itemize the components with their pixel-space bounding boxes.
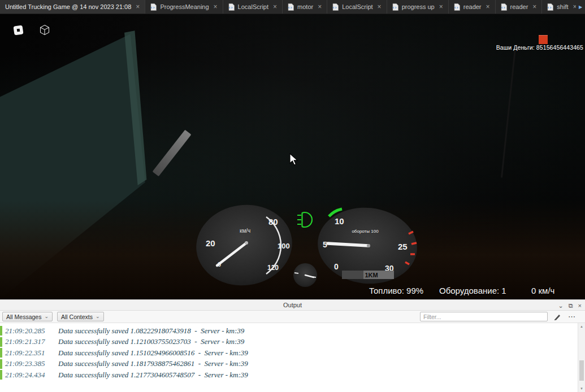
money-label: Ваши Деньги: 85156456443465 (496, 44, 583, 51)
log-success-marker (0, 370, 2, 380)
log-message: Data successfully saved 1.21773046057485… (58, 371, 248, 380)
scrollbar-track[interactable] (579, 330, 584, 385)
speed-unit-label: км/ч (240, 228, 250, 234)
log-message: Data successfully saved 1.08222918074391… (58, 326, 244, 336)
log-message: Data successfully saved 1.12100375502370… (58, 337, 244, 346)
tab-script-progress-up[interactable]: progress up × (387, 0, 449, 14)
speed-tick-100: 100 (278, 242, 290, 250)
output-panel-header[interactable]: Output ⌄ ⧉ × (0, 299, 585, 311)
close-icon[interactable]: × (318, 3, 322, 10)
log-timestamp: 21:09:23.385 (5, 359, 58, 368)
log-success-marker (0, 348, 2, 358)
tab-label: reader (463, 3, 482, 10)
tab-label: Untitled Trucking Game @ 14 nov 2023 21:… (5, 3, 131, 10)
tab-script-reader-1[interactable]: reader × (449, 0, 496, 14)
money-icon (539, 35, 548, 44)
headlight-indicator-icon (297, 212, 312, 227)
contexts-filter-dropdown[interactable]: All Contexts ⌄ (57, 312, 104, 321)
script-icon (288, 3, 294, 11)
close-icon[interactable]: × (273, 3, 277, 10)
tachometer-gauge: 10 5 25 0 30 обороты 100 1KM (314, 203, 418, 289)
messages-filter-dropdown[interactable]: All Messages ⌄ (2, 312, 53, 321)
log-message: Data successfully saved 1.18179388754628… (58, 359, 248, 368)
clear-output-icon[interactable] (552, 312, 562, 322)
close-icon[interactable]: × (486, 3, 490, 10)
log-row[interactable]: 21:09:24.434 Data successfully saved 1.2… (0, 369, 585, 381)
tab-label: progress up (402, 3, 435, 10)
tab-label: motor (297, 3, 313, 10)
tach-tick-25: 25 (398, 242, 408, 251)
roblox-studio-window: Untitled Trucking Game @ 14 nov 2023 21:… (0, 0, 585, 392)
scroll-down-icon[interactable]: ▼ (578, 385, 585, 392)
script-icon (392, 3, 398, 11)
insert-part-cube-icon[interactable] (39, 24, 50, 38)
more-options-icon[interactable]: ⋯ (567, 312, 577, 322)
log-timestamp: 21:09:21.317 (5, 337, 58, 346)
dashboard-gauges: 20 80 100 120 0 км/ч (192, 203, 418, 289)
overflow-arrow-icon: ▶ (579, 5, 582, 10)
close-icon[interactable]: × (378, 3, 382, 10)
tab-label: reader (510, 3, 528, 10)
scrollbar-thumb[interactable] (579, 360, 584, 381)
odometer: 1KM (342, 271, 394, 279)
log-row[interactable]: 21:09:22.351 Data successfully saved 1.1… (0, 347, 585, 359)
speed-tick-20: 20 (206, 238, 215, 248)
script-icon (454, 3, 460, 11)
tab-overflow-arrow[interactable]: ▶ (576, 0, 585, 14)
tach-tick-10: 10 (335, 216, 344, 226)
document-tab-bar: Untitled Trucking Game @ 14 nov 2023 21:… (0, 0, 585, 14)
log-success-marker (0, 326, 2, 336)
close-icon[interactable]: × (136, 3, 140, 10)
roblox-logo-icon[interactable] (13, 25, 24, 38)
tach-label: обороты 100 (352, 229, 379, 234)
log-success-marker (0, 337, 2, 347)
tab-label: LocalScript (238, 3, 268, 10)
log-success-marker (0, 359, 2, 369)
output-toolbar: All Messages ⌄ All Contexts ⌄ ⋯ (0, 311, 585, 323)
fuel-hud-label: Топливо: 99% (369, 286, 423, 295)
odometer-value: 1KM (365, 272, 378, 278)
tab-game-view[interactable]: Untitled Trucking Game @ 14 nov 2023 21:… (0, 0, 145, 14)
log-timestamp: 21:09:22.351 (5, 349, 58, 358)
tach-tick-5: 5 (323, 240, 327, 249)
log-row[interactable]: 21:09:23.385 Data successfully saved 1.1… (0, 359, 585, 370)
tach-tick-0: 0 (334, 262, 339, 271)
output-panel: Output ⌄ ⧉ × All Messages ⌄ All Contexts… (0, 299, 585, 392)
filter-input[interactable] (420, 312, 548, 321)
close-icon[interactable]: × (532, 3, 536, 10)
output-scrollbar[interactable]: ▲ ▼ (578, 323, 585, 392)
script-icon (547, 3, 553, 11)
log-message: Data successfully saved 1.15102949660085… (58, 349, 248, 358)
tab-label: ProgressMeaning (160, 3, 209, 10)
mouse-cursor (289, 153, 298, 165)
log-timestamp: 21:09:20.285 (5, 326, 58, 336)
speed-hud-label: 0 км/ч (531, 286, 554, 295)
log-row[interactable]: 21:09:20.285 Data successfully saved 1.0… (0, 325, 585, 337)
tab-script-progressmeaning[interactable]: ProgressMeaning × (145, 0, 223, 14)
tab-script-reader-2[interactable]: reader × (496, 0, 543, 14)
dropdown-label: All Messages (6, 313, 41, 320)
panel-menu-chevron-icon[interactable]: ⌄ (558, 303, 563, 309)
chevron-down-icon: ⌄ (96, 313, 100, 319)
output-panel-title: Output (283, 302, 302, 308)
tab-script-localscript-1[interactable]: LocalScript × (223, 0, 283, 14)
scroll-up-icon[interactable]: ▲ (578, 323, 585, 330)
dropdown-label: All Contexts (61, 313, 93, 320)
script-icon (332, 3, 339, 11)
tab-script-motor[interactable]: motor × (283, 0, 327, 14)
log-timestamp: 21:09:24.434 (5, 371, 58, 380)
game-viewport[interactable]: Ваши Деньги: 85156456443465 20 80 100 12… (0, 14, 585, 299)
script-icon (150, 3, 157, 11)
tab-script-localscript-2[interactable]: LocalScript × (327, 0, 387, 14)
tab-label: shift (557, 3, 568, 10)
chevron-down-icon: ⌄ (44, 313, 49, 319)
tab-label: LocalScript (342, 3, 372, 10)
script-icon (501, 3, 507, 11)
panel-float-icon[interactable]: ⧉ (569, 303, 573, 309)
panel-close-icon[interactable]: × (578, 303, 582, 309)
equipment-hud-label: Оборудование: 1 (439, 286, 506, 295)
close-icon[interactable]: × (214, 3, 218, 10)
close-icon[interactable]: × (439, 3, 443, 10)
log-row[interactable]: 21:09:21.317 Data successfully saved 1.1… (0, 337, 585, 348)
output-log-list: 21:09:20.285 Data successfully saved 1.0… (0, 323, 585, 392)
